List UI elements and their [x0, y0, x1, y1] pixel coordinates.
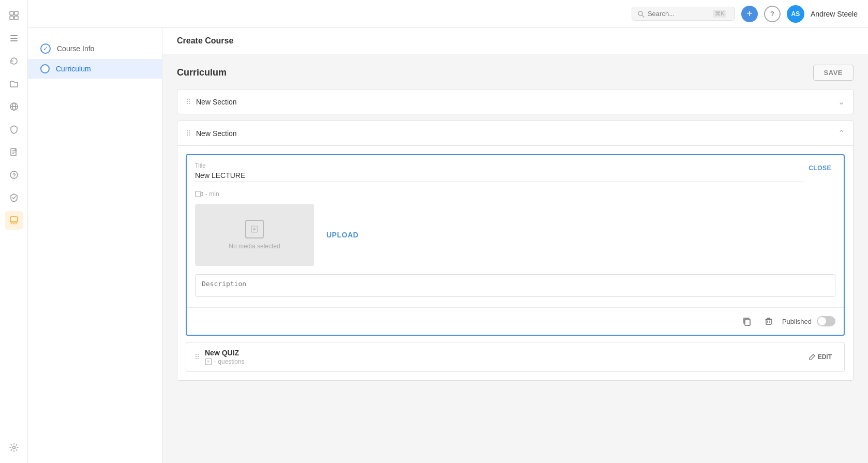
- description-area: [187, 274, 844, 307]
- drag-handle-2[interactable]: ⠿: [186, 129, 191, 138]
- lecture-card: Title CLOSE - min: [186, 154, 845, 336]
- sidebar-icon-settings[interactable]: [5, 438, 23, 457]
- sidebar-icon-tag[interactable]: [5, 211, 23, 230]
- topbar: ⌘K + ? AS Andrew Steele: [28, 0, 868, 28]
- sidebar-icon-refresh[interactable]: [5, 52, 23, 70]
- add-button[interactable]: +: [741, 6, 758, 22]
- section-2-header[interactable]: ⠿ New Section ⌃: [177, 121, 853, 145]
- quiz-drag-handle[interactable]: ⠿: [194, 353, 200, 361]
- sidebar-icon-list[interactable]: [5, 29, 23, 48]
- media-label: No media selected: [229, 243, 280, 250]
- quiz-meta: ? - questions: [205, 358, 804, 365]
- svg-marker-26: [253, 228, 256, 231]
- svg-rect-2: [10, 16, 13, 20]
- search-box[interactable]: ⌘K: [632, 7, 735, 21]
- chevron-up-icon-2: ⌃: [838, 128, 845, 138]
- drag-handle-1[interactable]: ⠿: [186, 98, 191, 106]
- main-container: ⌘K + ? AS Andrew Steele ✓ Course Info Cu…: [28, 0, 868, 463]
- svg-text:?: ?: [207, 360, 209, 364]
- svg-rect-16: [10, 217, 18, 222]
- nav-item-course-info[interactable]: ✓ Course Info: [28, 38, 162, 59]
- page-content: Create Course Curriculum SAVE ⠿ New Sect…: [162, 28, 868, 463]
- svg-point-22: [638, 11, 642, 16]
- curriculum-radio-icon: [40, 64, 50, 73]
- sidebar-icon-help[interactable]: ?: [5, 166, 23, 184]
- page-title: Create Course: [177, 36, 854, 46]
- svg-rect-1: [14, 11, 18, 15]
- section-2-name: New Section: [196, 129, 838, 138]
- media-play-icon: [245, 220, 264, 238]
- nav-label-curriculum: Curriculum: [56, 65, 91, 73]
- section-1-name: New Section: [196, 98, 838, 106]
- media-area: No media selected UPLOAD: [187, 204, 844, 274]
- sidebar-icon-grid[interactable]: [5, 6, 23, 25]
- svg-point-21: [12, 446, 15, 449]
- svg-rect-28: [766, 319, 771, 324]
- svg-rect-3: [14, 16, 18, 20]
- section-1-header[interactable]: ⠿ New Section ⌄: [177, 89, 853, 114]
- section-card-1: ⠿ New Section ⌄: [177, 89, 854, 114]
- curriculum-header: Curriculum SAVE: [177, 65, 854, 81]
- lecture-footer: Published: [187, 307, 844, 335]
- user-name[interactable]: Andrew Steele: [811, 10, 858, 18]
- published-label: Published: [782, 318, 812, 325]
- svg-rect-6: [10, 40, 18, 41]
- nav-label-course-info: Course Info: [57, 44, 94, 53]
- search-shortcut: ⌘K: [713, 10, 726, 18]
- nav-item-curriculum[interactable]: Curriculum: [28, 59, 162, 79]
- quiz-edit-button[interactable]: EDIT: [804, 351, 836, 363]
- content-area: ✓ Course Info Curriculum Create Course C…: [28, 28, 868, 463]
- sidebar-icon-file[interactable]: [5, 143, 23, 161]
- sidebar-icon-shield[interactable]: [5, 120, 23, 139]
- lecture-title-label: Title: [195, 162, 804, 169]
- sidebar: ?: [0, 0, 28, 463]
- search-icon: [637, 10, 645, 18]
- page-header: Create Course: [162, 28, 868, 54]
- quiz-questions: - questions: [214, 358, 245, 365]
- media-placeholder: No media selected: [195, 204, 314, 266]
- chevron-down-icon-1: ⌄: [838, 97, 845, 107]
- section-2-expanded: Title CLOSE - min: [177, 145, 853, 380]
- video-icon: [195, 191, 203, 197]
- curriculum-title: Curriculum: [177, 67, 227, 78]
- lecture-meta: - min: [187, 190, 844, 198]
- help-button[interactable]: ?: [764, 6, 781, 22]
- sidebar-icon-shield2[interactable]: [5, 188, 23, 207]
- copy-button[interactable]: [739, 313, 755, 330]
- close-button[interactable]: CLOSE: [804, 162, 835, 174]
- edit-icon: [809, 353, 816, 361]
- svg-line-23: [642, 15, 644, 17]
- quiz-icon: ?: [205, 358, 212, 365]
- search-input[interactable]: [648, 10, 710, 18]
- sidebar-icon-globe[interactable]: [5, 97, 23, 116]
- curriculum-container: Curriculum SAVE ⠿ New Section ⌄ ⠿ New Se…: [162, 54, 868, 397]
- quiz-info: New QUIZ ? - questions: [205, 349, 804, 365]
- lecture-duration: - min: [205, 190, 219, 198]
- quiz-row: ⠿ New QUIZ ? - questions: [186, 342, 845, 372]
- delete-button[interactable]: [760, 313, 777, 330]
- svg-rect-27: [745, 319, 750, 325]
- left-nav: ✓ Course Info Curriculum: [28, 28, 162, 463]
- svg-rect-4: [10, 35, 18, 36]
- published-toggle[interactable]: [817, 316, 835, 326]
- avatar[interactable]: AS: [787, 5, 804, 23]
- quiz-edit-label: EDIT: [818, 353, 832, 361]
- svg-rect-5: [10, 38, 18, 39]
- description-input[interactable]: [195, 274, 835, 297]
- svg-text:?: ?: [12, 172, 16, 178]
- upload-button[interactable]: UPLOAD: [322, 227, 363, 243]
- save-button[interactable]: SAVE: [813, 65, 854, 81]
- lecture-title-input[interactable]: [195, 171, 804, 182]
- lecture-card-header: Title CLOSE: [187, 155, 844, 186]
- svg-rect-0: [10, 11, 13, 15]
- section-card-2: ⠿ New Section ⌃ Title CL: [177, 121, 854, 381]
- course-info-check-icon: ✓: [40, 43, 51, 54]
- lecture-title-section: Title: [195, 162, 804, 182]
- sidebar-icon-folder[interactable]: [5, 74, 23, 93]
- svg-rect-24: [196, 191, 201, 197]
- quiz-title: New QUIZ: [205, 349, 804, 357]
